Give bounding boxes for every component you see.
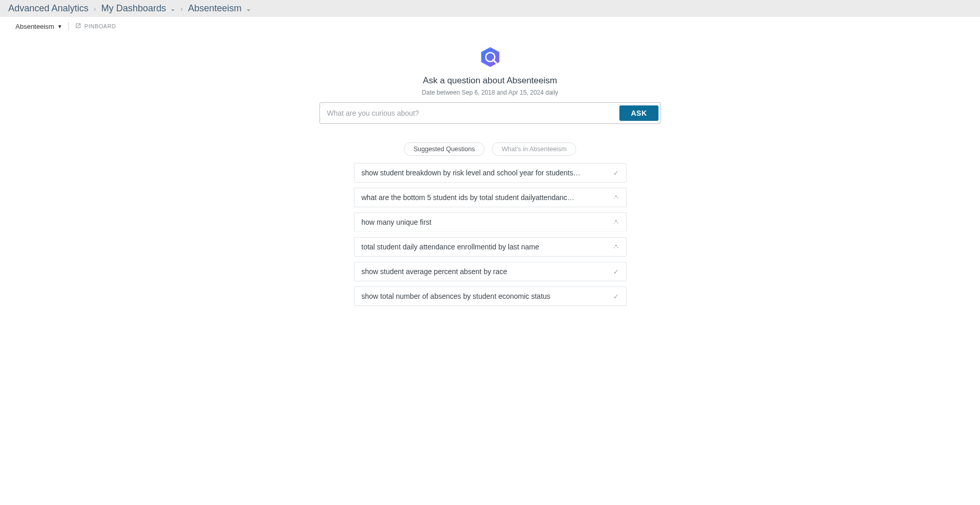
divider xyxy=(68,22,69,30)
check-icon: ✓ xyxy=(613,268,619,276)
tab-label: What's in Absenteeism xyxy=(502,146,566,153)
caret-down-icon: ▼ xyxy=(57,24,62,29)
suggestion-text: show student average percent absent by r… xyxy=(362,267,507,276)
suggestion-text: show total number of absences by student… xyxy=(362,292,550,300)
suggestion-item[interactable]: how many unique first xyxy=(354,212,627,232)
search-container: ASK xyxy=(319,102,661,124)
suggestion-item[interactable]: show student average percent absent by r… xyxy=(354,262,627,281)
tab-suggested-questions[interactable]: Suggested Questions xyxy=(404,142,485,156)
breadcrumb-root-label: Advanced Analytics xyxy=(8,3,88,14)
q-logo-icon xyxy=(479,46,502,68)
ask-title: Ask a question about Absenteeism xyxy=(423,76,557,86)
suggestion-item[interactable]: show total number of absences by student… xyxy=(354,286,627,306)
sparkle-icon xyxy=(613,219,619,226)
external-link-icon xyxy=(75,23,81,30)
chevron-right-icon: › xyxy=(94,5,96,13)
search-input[interactable] xyxy=(322,105,620,121)
suggestions-list: show student breakdown by risk level and… xyxy=(354,163,627,306)
ask-button[interactable]: ASK xyxy=(619,105,658,121)
chevron-down-icon: ⌄ xyxy=(246,5,251,12)
breadcrumb-page[interactable]: Absenteeism ⌄ xyxy=(188,3,251,14)
suggestion-text: show student breakdown by risk level and… xyxy=(362,169,581,177)
toolbar: Absenteeism ▼ PINBOARD xyxy=(0,17,980,35)
svg-marker-0 xyxy=(481,47,499,67)
breadcrumb-section-label: My Dashboards xyxy=(101,3,166,14)
breadcrumb-root[interactable]: Advanced Analytics xyxy=(8,3,88,14)
suggestion-item[interactable]: total student daily attendance enrollmen… xyxy=(354,237,627,257)
check-icon: ✓ xyxy=(613,169,619,177)
breadcrumb-section[interactable]: My Dashboards ⌄ xyxy=(101,3,175,14)
check-icon: ✓ xyxy=(613,293,619,300)
topic-selector[interactable]: Absenteeism ▼ xyxy=(15,23,62,30)
sparkle-icon xyxy=(613,194,619,202)
suggestion-item[interactable]: what are the bottom 5 student ids by tot… xyxy=(354,188,627,207)
suggestion-item[interactable]: show student breakdown by risk level and… xyxy=(354,163,627,183)
tab-pills: Suggested Questions What's in Absenteeis… xyxy=(404,142,577,156)
tab-label: Suggested Questions xyxy=(414,146,475,153)
breadcrumb: Advanced Analytics › My Dashboards ⌄ › A… xyxy=(0,0,980,17)
suggestion-text: how many unique first xyxy=(362,218,432,226)
breadcrumb-page-label: Absenteeism xyxy=(188,3,242,14)
ask-subtitle: Date between Sep 6, 2018 and Apr 15, 202… xyxy=(422,89,558,96)
chevron-right-icon: › xyxy=(181,5,183,13)
pinboard-label: PINBOARD xyxy=(84,23,116,29)
sparkle-icon xyxy=(613,243,619,251)
chevron-down-icon: ⌄ xyxy=(170,5,175,12)
pinboard-button[interactable]: PINBOARD xyxy=(75,23,116,30)
suggestion-text: total student daily attendance enrollmen… xyxy=(362,243,540,251)
topic-label: Absenteeism xyxy=(15,23,54,30)
suggestion-text: what are the bottom 5 student ids by tot… xyxy=(362,193,575,202)
main-content: Ask a question about Absenteeism Date be… xyxy=(0,35,980,306)
tab-whats-in[interactable]: What's in Absenteeism xyxy=(492,142,576,156)
